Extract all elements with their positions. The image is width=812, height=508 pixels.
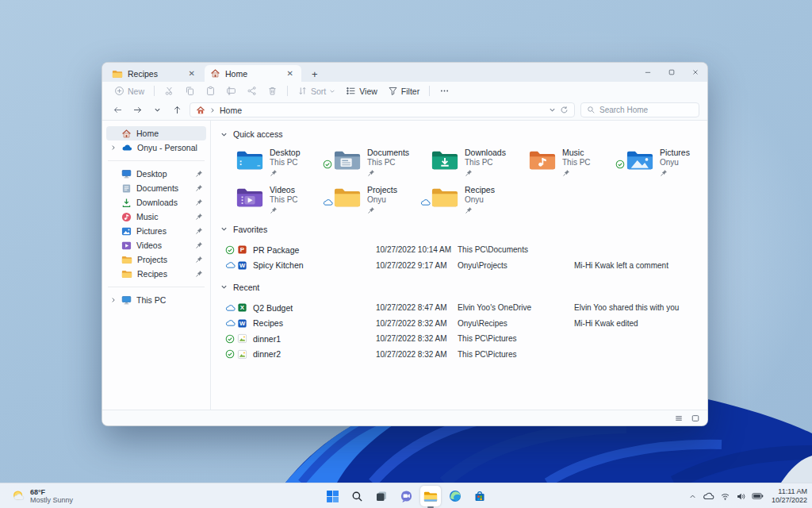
file-name: Q2 Budget	[253, 303, 376, 313]
quick-access-tile-projects[interactable]: Projects Onyu	[323, 185, 420, 214]
file-row-dinner2[interactable]: dinner2 10/27/2022 8:32 AM This PC\Pictu…	[225, 346, 707, 362]
new-button[interactable]: New	[109, 84, 149, 98]
chevron-up-icon[interactable]	[688, 492, 697, 501]
pin-icon	[195, 170, 203, 178]
tab-close-icon[interactable]: ✕	[186, 69, 197, 79]
chevron-down-icon[interactable]	[220, 131, 228, 138]
taskbar-store-button[interactable]	[469, 486, 490, 506]
quick-access-header[interactable]: Quick access	[220, 126, 707, 142]
onedrive-tray-icon[interactable]	[703, 491, 714, 501]
tab-close-icon[interactable]: ✕	[285, 69, 296, 79]
sidebar-item-onyu-personal[interactable]: Onyu - Personal	[106, 140, 206, 155]
pin-icon	[367, 169, 409, 176]
pin-icon	[195, 227, 203, 235]
quick-access-title: Quick access	[233, 129, 282, 139]
paste-button[interactable]	[201, 84, 220, 98]
details-view-icon[interactable]	[674, 414, 684, 423]
downloads-icon	[121, 198, 132, 208]
see-more-button[interactable]	[435, 84, 454, 98]
clock-date: 10/27/2022	[772, 496, 807, 505]
clock[interactable]: 11:11 AM 10/27/2022	[769, 487, 807, 506]
file-location: This PC\Documents	[458, 245, 574, 254]
wifi-icon[interactable]	[720, 491, 730, 502]
tile-name: Pictures	[660, 148, 690, 158]
back-button[interactable]	[110, 103, 124, 117]
recent-header[interactable]: Recent	[220, 279, 707, 295]
search-input[interactable]	[599, 106, 687, 114]
sidebar-item-recipes[interactable]: Recipes	[106, 267, 206, 281]
sidebar-item-this-pc[interactable]: This PC	[106, 293, 206, 307]
close-button[interactable]	[684, 63, 707, 82]
quick-access-tile-desktop[interactable]: Desktop This PC	[225, 148, 323, 176]
address-bar[interactable]: Home	[190, 102, 575, 117]
qa-videos-icon	[236, 186, 263, 209]
file-row-q2-budget[interactable]: X Q2 Budget 10/27/2022 8:47 AM Elvin Yoo…	[225, 300, 707, 316]
file-row-pr-package[interactable]: P PR Package 10/27/2022 10:14 AM This PC…	[225, 242, 707, 258]
tab-label: Home	[225, 69, 280, 79]
weather-widget[interactable]: 68°F Mostly Sunny	[6, 486, 78, 506]
sidebar-item-home[interactable]: Home	[106, 126, 206, 140]
taskbar-start-button[interactable]	[322, 486, 343, 506]
taskbar-file-explorer-button[interactable]	[420, 486, 441, 506]
chevron-down-icon[interactable]	[220, 283, 228, 291]
chevron-right-icon[interactable]	[109, 297, 117, 303]
share-icon	[247, 86, 257, 96]
share-button[interactable]	[242, 84, 262, 98]
quick-access-tile-pictures[interactable]: Pictures Onyu	[615, 148, 707, 176]
file-row-recipes[interactable]: W Recipes 10/27/2022 8:32 AM Onyu\Recipe…	[225, 315, 707, 331]
tab-home[interactable]: Home ✕	[205, 65, 301, 82]
minimize-button[interactable]	[636, 63, 660, 82]
file-row-dinner1[interactable]: dinner1 10/27/2022 8:32 AM This PC\Pictu…	[225, 331, 707, 347]
up-button[interactable]	[170, 103, 184, 117]
address-dropdown-icon[interactable]	[549, 106, 556, 114]
volume-icon[interactable]	[736, 491, 746, 502]
rename-button[interactable]	[221, 84, 241, 98]
file-location: Elvin Yoo's OneDrive	[458, 303, 574, 312]
videos-icon	[121, 241, 132, 251]
quick-access-tile-music[interactable]: Music This PC	[518, 148, 615, 176]
sidebar-item-documents[interactable]: Documents	[106, 181, 206, 195]
large-icons-view-icon[interactable]	[691, 414, 700, 423]
view-button[interactable]: View	[341, 84, 382, 98]
sidebar-item-projects[interactable]: Projects	[106, 252, 206, 267]
search-box[interactable]	[580, 102, 699, 117]
sidebar-item-music[interactable]: Music	[106, 210, 206, 224]
chevron-down-icon[interactable]	[220, 225, 228, 233]
quick-access-tile-documents[interactable]: Documents This PC	[323, 148, 420, 176]
taskbar-edge-button[interactable]	[445, 486, 465, 506]
forward-button[interactable]	[130, 103, 144, 117]
pin-icon	[660, 169, 690, 176]
sidebar-item-desktop[interactable]: Desktop	[106, 167, 206, 181]
chevron-right-icon	[209, 107, 216, 114]
taskbar-search-button[interactable]	[347, 486, 367, 506]
taskbar-chat-button[interactable]	[396, 486, 416, 506]
filter-button[interactable]: Filter	[383, 84, 424, 98]
copy-button[interactable]	[180, 84, 200, 98]
home-icon	[210, 68, 220, 79]
quick-access-tile-videos[interactable]: Videos This PC	[225, 185, 323, 214]
recent-locations-button[interactable]	[150, 103, 164, 117]
sort-button[interactable]: Sort	[293, 84, 340, 98]
maximize-button[interactable]	[660, 63, 684, 82]
refresh-icon[interactable]	[560, 106, 569, 114]
tab-recipes[interactable]: Recipes ✕	[106, 65, 203, 82]
sidebar-item-videos[interactable]: Videos	[106, 238, 206, 252]
chevron-right-icon[interactable]	[109, 144, 117, 151]
sidebar-item-downloads[interactable]: Downloads	[106, 195, 206, 210]
cloud-status-icon	[225, 261, 237, 269]
taskbar-task-view-button[interactable]	[371, 486, 392, 506]
filter-icon	[388, 86, 398, 96]
sidebar-item-pictures[interactable]: Pictures	[106, 224, 206, 238]
cut-button[interactable]	[159, 84, 179, 98]
toolbar-separator	[154, 86, 155, 96]
new-tab-button[interactable]: +	[308, 69, 322, 79]
file-date: 10/27/2022 8:32 AM	[376, 334, 458, 343]
quick-access-tile-recipes[interactable]: Recipes Onyu	[420, 185, 518, 214]
quick-access-tile-downloads[interactable]: Downloads This PC	[420, 148, 518, 176]
breadcrumb[interactable]: Home	[220, 106, 545, 115]
favorites-header[interactable]: Favorites	[220, 221, 707, 237]
tile-name: Videos	[270, 185, 298, 195]
battery-icon[interactable]	[752, 491, 764, 501]
file-row-spicy-kitchen[interactable]: W Spicy Kitchen 10/27/2022 9:17 AM Onyu\…	[225, 257, 707, 273]
delete-button[interactable]	[262, 84, 282, 98]
